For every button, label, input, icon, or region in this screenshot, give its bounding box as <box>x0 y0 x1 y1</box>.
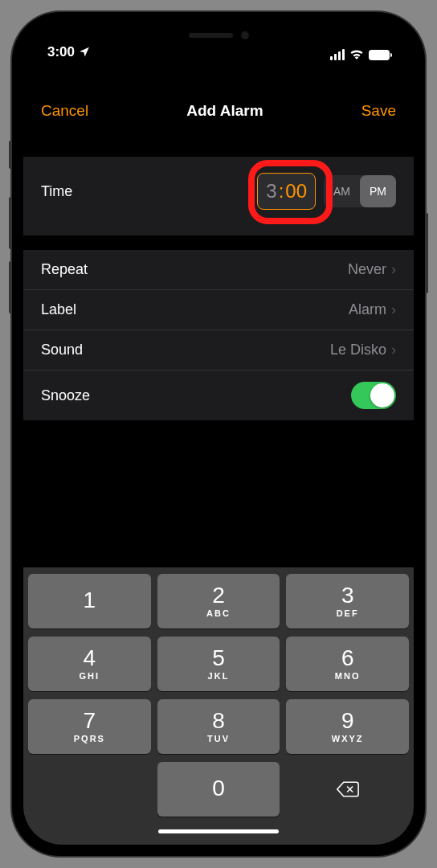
time-minute[interactable]: 00 <box>285 180 307 203</box>
sound-label: Sound <box>41 342 83 358</box>
repeat-row[interactable]: Repeat Never › <box>23 250 414 290</box>
key-9[interactable]: 9WXYZ <box>286 699 409 754</box>
pm-button[interactable]: PM <box>360 175 396 207</box>
key-6[interactable]: 6MNO <box>286 637 409 691</box>
key-5[interactable]: 5JKL <box>157 637 280 691</box>
snooze-toggle[interactable] <box>351 382 396 409</box>
volume-down <box>9 261 12 313</box>
sound-row[interactable]: Sound Le Disko › <box>23 330 414 371</box>
toggle-knob <box>370 383 394 407</box>
time-hour[interactable]: 3 <box>266 180 276 203</box>
settings-list: Repeat Never › Label Alarm › Sound Le Di… <box>23 250 414 420</box>
key-4[interactable]: 4GHI <box>28 637 151 691</box>
key-delete[interactable] <box>286 762 409 817</box>
time-colon: : <box>279 180 284 203</box>
am-button[interactable]: AM <box>324 175 360 207</box>
key-blank <box>28 762 151 817</box>
speaker-grille <box>189 33 233 38</box>
numeric-keyboard: 1 2ABC 3DEF 4GHI 5JKL 6MNO 7PQRS 8TUV 9W… <box>23 567 414 845</box>
backspace-icon <box>337 781 359 797</box>
label-value: Alarm <box>349 301 386 318</box>
key-0[interactable]: 0 <box>157 762 280 817</box>
time-section: Time 3 : 00 AM PM <box>23 157 414 235</box>
power-button <box>425 213 428 293</box>
status-time: 3:00 <box>47 44 75 60</box>
key-8[interactable]: 8TUV <box>157 699 280 754</box>
ampm-toggle[interactable]: AM PM <box>324 175 396 207</box>
key-2[interactable]: 2ABC <box>157 574 280 628</box>
sound-value: Le Disko <box>330 342 386 358</box>
phone-frame: 3:00 Cancel Add Alarm Save Time <box>12 12 425 856</box>
label-row[interactable]: Label Alarm › <box>23 290 414 330</box>
notch <box>134 23 303 47</box>
key-7[interactable]: 7PQRS <box>28 699 151 754</box>
front-camera <box>241 31 249 39</box>
location-icon <box>79 46 90 59</box>
snooze-row: Snooze <box>23 371 414 420</box>
page-title: Add Alarm <box>186 102 263 120</box>
chevron-right-icon: › <box>391 301 396 318</box>
repeat-label: Repeat <box>41 261 88 278</box>
time-input-wrap[interactable]: 3 : 00 <box>257 173 316 210</box>
snooze-label: Snooze <box>41 387 90 404</box>
key-1[interactable]: 1 <box>28 574 151 628</box>
battery-icon <box>369 50 390 60</box>
mute-switch <box>9 141 12 169</box>
time-label: Time <box>41 183 72 200</box>
key-3[interactable]: 3DEF <box>286 574 409 628</box>
save-button[interactable]: Save <box>361 102 396 120</box>
time-input[interactable]: 3 : 00 <box>257 173 316 210</box>
home-indicator[interactable] <box>158 829 279 833</box>
wifi-icon <box>349 49 364 60</box>
screen: 3:00 Cancel Add Alarm Save Time <box>23 23 414 845</box>
cellular-signal-icon <box>330 49 345 60</box>
nav-bar: Cancel Add Alarm Save <box>23 70 414 152</box>
chevron-right-icon: › <box>391 342 396 358</box>
chevron-right-icon: › <box>391 261 396 278</box>
label-label: Label <box>41 301 76 318</box>
repeat-value: Never <box>348 261 386 278</box>
volume-up <box>9 197 12 249</box>
cancel-button[interactable]: Cancel <box>41 102 88 120</box>
